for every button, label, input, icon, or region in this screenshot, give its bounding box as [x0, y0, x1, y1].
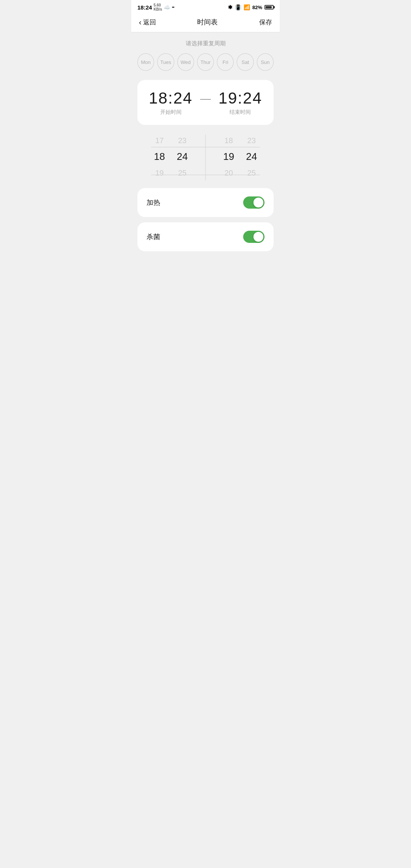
heating-toggle-card: 加热 — [137, 188, 274, 217]
day-sat[interactable]: Sat — [237, 53, 253, 71]
nav-bar: ‹ 返回 时间表 保存 — [131, 13, 280, 32]
back-label: 返回 — [143, 18, 156, 27]
end-minute-column[interactable]: 23 24 25 — [244, 135, 259, 180]
start-minute-column[interactable]: 23 24 25 — [175, 135, 190, 180]
time-range-separator: — — [200, 93, 211, 105]
time-range-card: 18:24 开始时间 — 19:24 结束时间 — [137, 80, 274, 125]
sterilize-label: 杀菌 — [147, 232, 160, 241]
day-tues[interactable]: Tues — [157, 53, 174, 71]
status-bar: 18:24 5.60KB/s ☁️ ··· ✱ 📳 📶 82% — [131, 0, 280, 13]
wifi-icon: 📶 — [244, 4, 250, 10]
time-picker-area[interactable]: 17 18 19 23 24 25 18 19 20 — [137, 131, 274, 188]
day-thur[interactable]: Thur — [197, 53, 214, 71]
more-icon: ··· — [172, 4, 174, 10]
week-days-row: Mon Tues Wed Thur Fri Sat Sun — [137, 53, 274, 71]
week-selector-section: 请选择重复周期 Mon Tues Wed Thur Fri Sat Sun — [137, 40, 274, 71]
battery-icon — [264, 5, 274, 10]
end-time-value: 19:24 — [218, 89, 262, 107]
end-hour-next: 20 — [221, 167, 236, 179]
start-minute-prev: 23 — [175, 135, 190, 146]
end-time-block[interactable]: 19:24 结束时间 — [218, 89, 262, 116]
sterilize-toggle-knob — [253, 232, 263, 242]
save-button[interactable]: 保存 — [259, 18, 272, 27]
start-hour-column[interactable]: 17 18 19 — [152, 135, 167, 180]
start-time-label: 开始时间 — [160, 109, 182, 116]
bluetooth-icon: ✱ — [228, 4, 233, 10]
sterilize-toggle[interactable] — [243, 231, 264, 243]
day-mon[interactable]: Mon — [137, 53, 154, 71]
day-sun[interactable]: Sun — [257, 53, 274, 71]
end-time-label: 结束时间 — [229, 109, 251, 116]
week-hint: 请选择重复周期 — [137, 40, 274, 47]
network-speed: 5.60KB/s — [153, 3, 162, 11]
end-hour-prev: 18 — [221, 135, 236, 146]
end-minute-selected: 24 — [244, 149, 259, 164]
start-hour-selected: 18 — [152, 149, 167, 164]
back-arrow-icon: ‹ — [139, 18, 142, 26]
picker-row: 17 18 19 23 24 25 18 19 20 — [137, 135, 274, 180]
start-minute-selected: 24 — [175, 149, 190, 164]
end-hour-column[interactable]: 18 19 20 — [221, 135, 236, 180]
end-picker[interactable]: 18 19 20 23 24 25 — [207, 135, 273, 180]
cloud-icon: ☁️ — [164, 4, 170, 10]
battery-percent: 82% — [252, 5, 262, 10]
heating-toggle[interactable] — [243, 196, 264, 209]
start-hour-prev: 17 — [152, 135, 167, 146]
end-minute-next: 25 — [244, 167, 259, 179]
picker-divider — [205, 135, 206, 180]
day-wed[interactable]: Wed — [177, 53, 194, 71]
start-minute-next: 25 — [175, 167, 190, 179]
sterilize-toggle-card: 杀菌 — [137, 222, 274, 251]
picker-line-top — [151, 147, 260, 147]
start-hour-next: 19 — [152, 167, 167, 179]
main-content: 请选择重复周期 Mon Tues Wed Thur Fri Sat Sun 18… — [131, 32, 280, 264]
page-title: 时间表 — [197, 18, 218, 27]
day-fri[interactable]: Fri — [217, 53, 234, 71]
heating-label: 加热 — [147, 198, 160, 207]
heating-toggle-knob — [253, 198, 263, 207]
vibrate-icon: 📳 — [235, 4, 241, 10]
end-hour-selected: 19 — [221, 149, 236, 164]
start-time-block[interactable]: 18:24 开始时间 — [149, 89, 193, 116]
end-minute-prev: 23 — [244, 135, 259, 146]
start-picker[interactable]: 17 18 19 23 24 25 — [138, 135, 204, 180]
picker-line-bottom — [151, 175, 260, 175]
status-time: 18:24 — [137, 4, 152, 11]
start-time-value: 18:24 — [149, 89, 193, 107]
back-button[interactable]: ‹ 返回 — [139, 18, 156, 27]
